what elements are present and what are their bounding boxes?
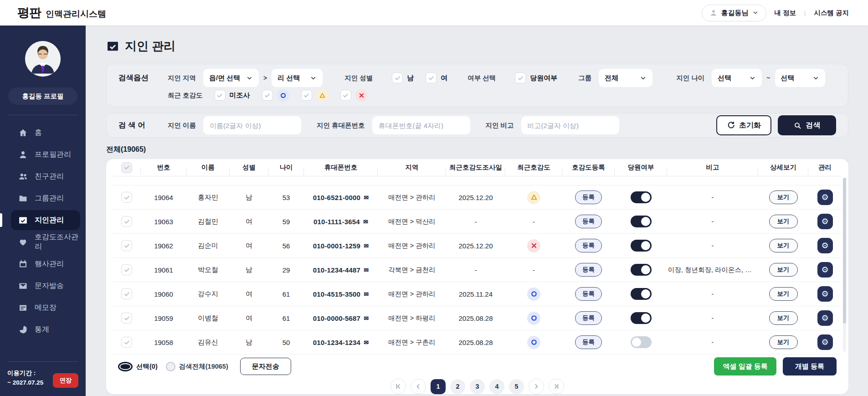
row-checkbox[interactable] bbox=[121, 216, 132, 227]
row-checkbox[interactable] bbox=[121, 288, 132, 299]
message-envelope-icon[interactable]: ✉ bbox=[364, 242, 369, 249]
register-button[interactable]: 등록 bbox=[575, 263, 602, 277]
extend-button[interactable]: 연장 bbox=[53, 373, 78, 388]
manage-gear-button[interactable]: ⚙ bbox=[817, 310, 833, 326]
view-button[interactable]: 보기 bbox=[769, 287, 798, 301]
view-button[interactable]: 보기 bbox=[769, 239, 798, 252]
sentiment-bad-checkbox[interactable] bbox=[340, 90, 351, 101]
register-button[interactable]: 등록 bbox=[575, 311, 602, 325]
view-button[interactable]: 보기 bbox=[769, 335, 798, 349]
manage-gear-button[interactable]: ⚙ bbox=[817, 334, 833, 350]
age-to-select[interactable]: 선택 bbox=[775, 69, 825, 87]
register-button[interactable]: 등록 bbox=[575, 287, 602, 301]
cell: 김철민 bbox=[186, 217, 230, 226]
pagination-first-button[interactable] bbox=[390, 379, 406, 394]
ri-select[interactable]: 리 선택 bbox=[272, 69, 323, 87]
sidebar-item-group[interactable]: 그룹관리 bbox=[11, 188, 80, 208]
pagination-prev-button[interactable] bbox=[411, 379, 426, 394]
cell: ⚙ bbox=[808, 238, 842, 253]
phone-search-input[interactable] bbox=[372, 116, 470, 134]
search-all-radio[interactable] bbox=[166, 362, 175, 371]
pagination-page-3[interactable]: 3 bbox=[470, 379, 485, 394]
message-envelope-icon[interactable]: ✉ bbox=[364, 194, 369, 201]
row-checkbox[interactable] bbox=[121, 313, 132, 324]
row-checkbox[interactable] bbox=[121, 264, 132, 275]
select-all-checkbox[interactable] bbox=[121, 162, 132, 173]
pagination-page-5[interactable]: 5 bbox=[509, 379, 524, 394]
view-button[interactable]: 보기 bbox=[769, 311, 798, 325]
search-icon bbox=[794, 122, 801, 129]
view-button[interactable]: 보기 bbox=[769, 190, 798, 204]
profile-button[interactable]: 홍길동 프로필 bbox=[8, 87, 77, 105]
member-toggle[interactable] bbox=[631, 240, 652, 252]
town-select[interactable]: 읍/면 선택 bbox=[203, 69, 259, 87]
member-filter-checkbox[interactable] bbox=[515, 72, 526, 83]
female-checkbox[interactable] bbox=[426, 72, 437, 83]
manage-gear-button[interactable]: ⚙ bbox=[817, 190, 833, 205]
mail-icon bbox=[18, 281, 28, 291]
search-button[interactable]: 검색 bbox=[778, 115, 836, 135]
name-search-input[interactable] bbox=[203, 116, 301, 134]
message-envelope-icon[interactable]: ✉ bbox=[364, 267, 369, 273]
my-info-link[interactable]: 내 정보 bbox=[775, 9, 796, 17]
reset-button[interactable]: 초기화 bbox=[716, 115, 771, 135]
column-header: 비고 bbox=[667, 163, 758, 172]
message-envelope-icon[interactable]: ✉ bbox=[364, 315, 369, 322]
member-toggle[interactable] bbox=[631, 312, 652, 324]
manage-gear-button[interactable]: ⚙ bbox=[817, 214, 833, 229]
age-from-select[interactable]: 선택 bbox=[712, 69, 762, 87]
member-toggle[interactable] bbox=[631, 288, 652, 300]
pagination-page-2[interactable]: 2 bbox=[450, 379, 465, 394]
cell: 2025.08.28 bbox=[446, 339, 505, 346]
sidebar-item-friends[interactable]: 친구관리 bbox=[11, 166, 80, 186]
pagination-next-button[interactable] bbox=[529, 379, 544, 394]
unsurveyed-checkbox[interactable] bbox=[215, 90, 226, 101]
sidebar-item-stats[interactable]: 통계 bbox=[11, 319, 80, 339]
excel-bulk-register-button[interactable]: 엑셀 일괄 등록 bbox=[714, 357, 776, 375]
message-envelope-icon[interactable]: ✉ bbox=[364, 291, 369, 298]
sidebar-item-acquaintance[interactable]: 지인관리 bbox=[11, 210, 80, 230]
member-toggle[interactable] bbox=[631, 264, 652, 276]
sidebar-item-home[interactable]: 홈 bbox=[11, 123, 80, 143]
manage-gear-button[interactable]: ⚙ bbox=[817, 286, 833, 302]
view-button[interactable]: 보기 bbox=[769, 263, 798, 277]
individual-register-button[interactable]: 개별 등록 bbox=[783, 357, 837, 375]
note-search-input[interactable] bbox=[521, 116, 619, 134]
member-toggle[interactable] bbox=[631, 191, 652, 203]
sentiment-good-checkbox[interactable] bbox=[262, 90, 273, 101]
pagination-last-button[interactable] bbox=[549, 379, 564, 394]
message-envelope-icon[interactable]: ✉ bbox=[363, 218, 368, 225]
cell bbox=[505, 312, 562, 325]
sidebar-item-calendar[interactable]: 행사관리 bbox=[11, 254, 80, 274]
register-button[interactable]: 등록 bbox=[575, 190, 602, 204]
cell bbox=[113, 216, 141, 227]
pagination-page-1[interactable]: 1 bbox=[431, 379, 446, 394]
table-scrollbar[interactable] bbox=[843, 178, 846, 352]
register-button[interactable]: 등록 bbox=[575, 215, 602, 228]
cell: 19059 bbox=[141, 314, 186, 322]
register-button[interactable]: 등록 bbox=[575, 239, 602, 252]
group-select[interactable]: 전체 bbox=[599, 69, 652, 87]
sentiment-warning-checkbox[interactable] bbox=[301, 90, 312, 101]
sms-send-button[interactable]: 문자전송 bbox=[240, 358, 291, 375]
system-notice-link[interactable]: 시스템 공지 bbox=[814, 9, 849, 17]
sidebar-item-profile[interactable]: 프로필관리 bbox=[11, 144, 80, 165]
manage-gear-button[interactable]: ⚙ bbox=[817, 238, 833, 253]
register-button[interactable]: 등록 bbox=[575, 335, 602, 349]
row-checkbox[interactable] bbox=[121, 337, 132, 348]
cell: 010-1234-4487✉ bbox=[304, 266, 378, 274]
member-toggle[interactable] bbox=[631, 216, 652, 227]
selected-radio[interactable] bbox=[118, 362, 133, 371]
sidebar-item-mail[interactable]: 문자발송 bbox=[11, 276, 80, 296]
user-menu-button[interactable]: 홍길동님 bbox=[702, 5, 766, 21]
member-toggle[interactable] bbox=[631, 336, 652, 348]
message-envelope-icon[interactable]: ✉ bbox=[364, 339, 369, 346]
pagination-page-4[interactable]: 4 bbox=[489, 379, 504, 394]
row-checkbox[interactable] bbox=[121, 192, 132, 203]
manage-gear-button[interactable]: ⚙ bbox=[817, 262, 833, 278]
row-checkbox[interactable] bbox=[121, 240, 132, 251]
male-checkbox[interactable] bbox=[392, 72, 403, 83]
sidebar-item-heart[interactable]: 호감도조사관리 bbox=[11, 232, 80, 252]
sidebar-item-memo[interactable]: 메모장 bbox=[11, 298, 80, 318]
view-button[interactable]: 보기 bbox=[769, 215, 798, 228]
